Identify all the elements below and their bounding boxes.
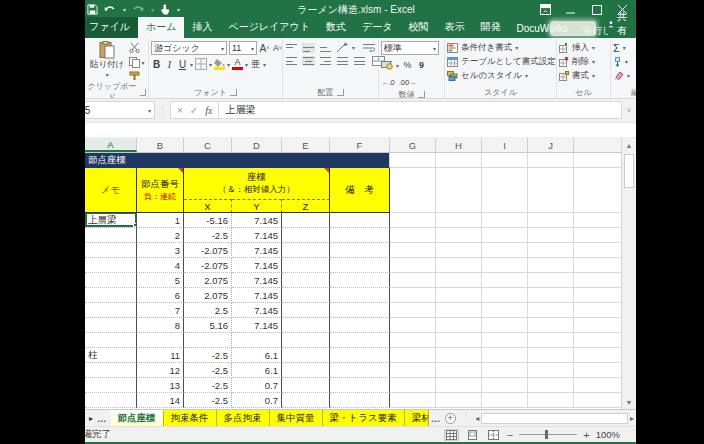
cell-memo[interactable] [85, 363, 137, 378]
cell-x[interactable]: -2.5 [184, 378, 232, 393]
cell-x[interactable]: -2.5 [184, 348, 232, 363]
delete-cells-button[interactable]: 削除▾ [559, 55, 595, 68]
font-name-combo[interactable]: 游ゴシック▾ [151, 41, 227, 55]
autosum-button[interactable]: Σ▾ ▾ [613, 41, 636, 54]
cell-node[interactable]: 2 [137, 228, 184, 243]
cell-x[interactable]: -5.16 [184, 213, 232, 228]
cell-y[interactable]: 7.145 [232, 228, 282, 243]
cell-node[interactable]: 5 [137, 273, 184, 288]
row-5[interactable]: 上層梁 1 -5.16 7.145 [85, 213, 621, 228]
tab-file[interactable]: ファイル [85, 17, 138, 38]
zoom-slider[interactable] [519, 434, 577, 435]
column-header-i[interactable]: I [482, 138, 528, 152]
cell-styles-button[interactable]: セルのスタイル▾ [447, 69, 562, 82]
cell-node[interactable] [137, 333, 184, 348]
cell-memo[interactable] [85, 228, 137, 243]
header-node-number[interactable]: 節点番号 負：連続 [137, 168, 184, 213]
redo-icon[interactable] [132, 5, 144, 15]
wrap-text-button[interactable] [363, 43, 376, 53]
row-7[interactable]: 3 -2.075 7.145 [85, 243, 621, 258]
cell-x[interactable]: 5.16 [184, 318, 232, 333]
row-14[interactable]: 柱 11 -2.5 6.1 [85, 348, 621, 363]
cell-memo[interactable] [85, 243, 137, 258]
increase-indent-icon[interactable] [353, 56, 366, 66]
cell-a5-selected[interactable]: 上層梁 [85, 213, 137, 228]
insert-function-button[interactable]: fx [205, 105, 212, 116]
scroll-down-icon[interactable]: ▼ [622, 395, 636, 409]
dialog-launcher-icon[interactable] [418, 91, 425, 98]
percent-style-button[interactable]: % [402, 58, 413, 72]
cell-x[interactable]: 2.075 [184, 288, 232, 303]
cell-x[interactable]: -2.075 [184, 243, 232, 258]
zoom-in-button[interactable]: + [583, 429, 589, 441]
cell-node[interactable]: 3 [137, 243, 184, 258]
align-left-icon[interactable] [285, 56, 298, 66]
italic-button[interactable]: I [164, 57, 175, 71]
tab-home[interactable]: ホーム [138, 17, 184, 38]
enter-button[interactable]: ✓ [190, 105, 198, 116]
grid-area[interactable]: A B C D E F G H I J 節点座標 [85, 138, 621, 409]
cell-node[interactable]: 11 [137, 348, 184, 363]
cell-node[interactable]: 4 [137, 258, 184, 273]
cell-y[interactable]: 6.1 [232, 363, 282, 378]
header-memo[interactable]: メモ [85, 168, 137, 213]
row-15[interactable]: 12 -2.5 6.1 [85, 363, 621, 378]
shrink-font-button[interactable]: A˅ [272, 41, 283, 55]
tab-view[interactable]: 表示 [437, 17, 473, 38]
cell-y[interactable] [232, 333, 282, 348]
column-header-h[interactable]: H [436, 138, 482, 152]
increase-decimal-button[interactable]: ←.0 [381, 75, 395, 89]
sheet-tab[interactable]: 梁材 [405, 410, 429, 426]
zoom-out-button[interactable]: − [507, 429, 513, 441]
cell-memo[interactable] [85, 303, 137, 318]
cell-node[interactable]: 8 [137, 318, 184, 333]
conditional-formatting-button[interactable]: 条件付き書式▾ [447, 41, 562, 54]
redo-dropdown-icon[interactable]: ▾ [151, 6, 154, 13]
tab-splitter[interactable]: ⋮ [458, 410, 473, 426]
row-17[interactable]: 14 -2.5 0.7 [85, 393, 621, 408]
align-center-icon[interactable] [302, 56, 315, 66]
cell-node[interactable]: 6 [137, 288, 184, 303]
sheet-tab[interactable]: 梁・トラス要素 [323, 410, 405, 426]
new-sheet-button[interactable]: + [442, 410, 458, 426]
insert-cells-button[interactable]: 挿入▾ [559, 41, 595, 54]
formula-input[interactable]: 上層梁 [219, 101, 622, 119]
dialog-launcher-icon[interactable] [230, 89, 237, 96]
tab-formulas[interactable]: 数式 [318, 17, 354, 38]
zoom-level[interactable]: 100% [596, 429, 620, 440]
name-box-dropdown-icon[interactable]: ▾ [148, 107, 151, 114]
paste-button[interactable]: 貼り付け ▾ [87, 39, 127, 80]
cell-memo[interactable] [85, 318, 137, 333]
column-header-rest[interactable] [574, 138, 621, 152]
decrease-decimal-button[interactable]: .00→ [399, 75, 417, 89]
align-right-icon[interactable] [319, 56, 332, 66]
fill-color-button[interactable] [214, 57, 225, 71]
cell-x[interactable]: -2.5 [184, 363, 232, 378]
dialog-launcher-icon[interactable] [140, 89, 146, 96]
cell-memo[interactable] [85, 273, 137, 288]
cell-y[interactable]: 7.145 [232, 303, 282, 318]
sheet-title-band[interactable]: 節点座標 [85, 153, 390, 168]
undo-dropdown-icon[interactable]: ▾ [123, 6, 126, 13]
sheet-tab-active[interactable]: 節点座標 [111, 410, 164, 426]
minimize-icon[interactable] [558, 0, 584, 19]
cell-x[interactable]: 2.5 [184, 303, 232, 318]
cell-y[interactable]: 7.145 [232, 213, 282, 228]
orientation-button[interactable] [336, 42, 348, 53]
tab-insert[interactable]: 挿入 [184, 17, 220, 38]
scroll-left-icon[interactable]: ◂ [475, 414, 479, 423]
row-6[interactable]: 2 -2.5 7.145 [85, 228, 621, 243]
column-header-f[interactable]: F [330, 138, 390, 152]
cell-x[interactable]: -2.5 [184, 393, 232, 408]
tabs-more-right[interactable]: … [429, 410, 443, 426]
row-13[interactable] [85, 333, 621, 348]
tab-review[interactable]: 校閲 [401, 17, 437, 38]
grow-font-button[interactable]: A˄ [259, 41, 270, 55]
column-header-c[interactable]: C [184, 138, 232, 152]
header-y[interactable]: Y [232, 199, 282, 213]
cell-x[interactable]: -2.5 [184, 228, 232, 243]
cell-memo[interactable] [85, 258, 137, 273]
cell-memo[interactable] [85, 333, 137, 348]
row-12[interactable]: 8 5.16 7.145 [85, 318, 621, 333]
cell-node[interactable]: 7 [137, 303, 184, 318]
